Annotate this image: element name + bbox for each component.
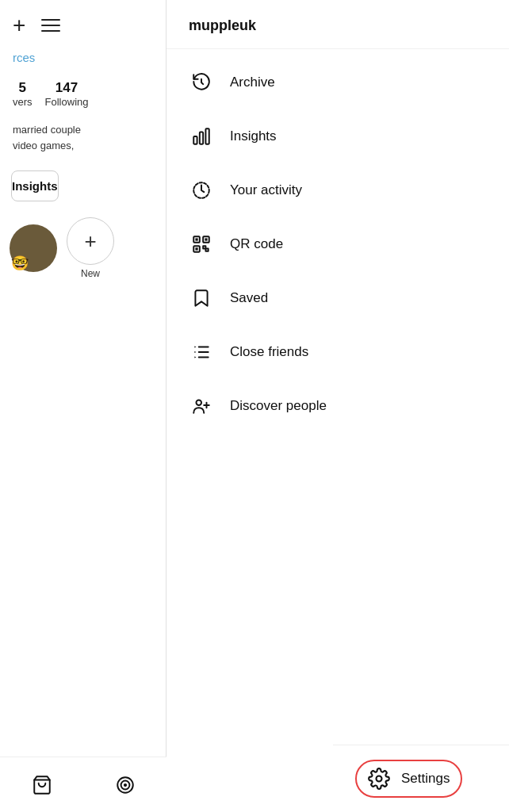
settings-button[interactable]: Settings [355,760,462,798]
qr-icon [189,232,214,257]
insights-label: Insights [230,128,277,144]
close-friends-label: Close friends [230,344,308,360]
left-panel: + rces 5 vers 147 Following married coup… [0,0,166,812]
svg-point-3 [124,783,125,785]
menu-username: muppleuk [166,0,509,49]
insights-button[interactable]: Insights [11,170,59,201]
award-icon[interactable] [115,775,136,795]
followers-count: 5 [19,80,26,96]
discover-people-icon [189,393,214,419]
activity-label: Your activity [230,182,302,198]
shop-icon[interactable] [32,775,52,795]
new-story-label: New [81,268,100,279]
discover-label: Discover people [230,398,327,414]
svg-rect-6 [205,128,209,144]
saved-label: Saved [230,290,268,306]
activity-icon [189,178,214,203]
profile-bio: married couple video games, [0,119,166,166]
menu-item-activity[interactable]: Your activity [166,163,509,217]
plus-icon[interactable]: + [13,14,25,36]
qrcode-label: QR code [230,236,283,252]
following-stat: 147 Following [45,80,89,108]
story-avatar-wrapper: 🤓 [10,224,57,272]
followers-stat: 5 vers [13,80,33,108]
menu-item-qrcode[interactable]: QR code [166,217,509,271]
stories-row: 🤓 + New [0,217,166,279]
new-story[interactable]: + New [67,217,114,279]
menu-item-close-friends[interactable]: Close friends [166,325,509,379]
settings-icon [368,768,390,790]
settings-section: Settings [333,745,509,812]
svg-rect-13 [195,247,197,250]
stories-link[interactable]: rces [0,51,166,72]
svg-rect-4 [193,136,197,144]
svg-rect-5 [200,132,203,144]
following-count: 147 [55,80,78,96]
svg-marker-17 [194,346,196,347]
bottom-nav [0,756,166,812]
svg-marker-19 [194,356,196,358]
hamburger-menu-icon[interactable] [41,19,60,32]
menu-item-saved[interactable]: Saved [166,271,509,325]
close-friends-icon [189,339,214,365]
svg-rect-11 [195,238,197,240]
story-emoji: 🤓 [11,255,29,272]
menu-item-insights[interactable]: Insights [166,109,509,163]
svg-marker-18 [194,351,196,353]
right-panel: muppleuk Archive Insights [166,0,509,812]
menu-item-archive[interactable]: Archive [166,56,509,109]
followers-label: vers [13,96,33,108]
archive-icon [189,70,214,95]
insights-icon [189,124,214,149]
archive-label: Archive [230,75,275,90]
svg-rect-12 [205,238,207,240]
left-header: + [0,0,166,51]
new-story-circle[interactable]: + [67,217,114,265]
profile-stats: 5 vers 147 Following [0,72,166,119]
settings-label: Settings [401,771,450,787]
following-label: Following [45,96,89,108]
saved-icon [189,285,214,311]
menu-list: Archive Insights Your activity [166,49,509,439]
menu-item-discover[interactable]: Discover people [166,379,509,433]
svg-point-20 [197,400,202,405]
svg-point-23 [377,776,382,782]
